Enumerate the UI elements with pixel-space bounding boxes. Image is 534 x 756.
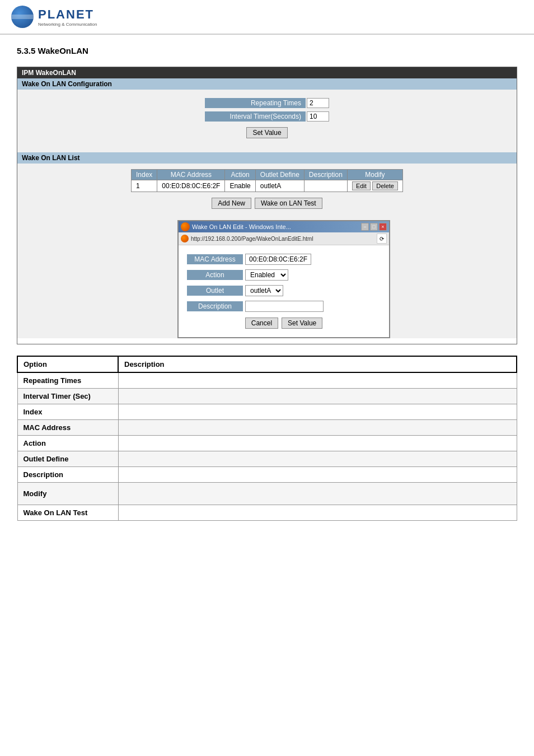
popup-url-browser-icon <box>181 235 189 242</box>
desc-description-cell <box>118 420 517 436</box>
popup-outlet-select[interactable]: outletA outletB <box>245 285 283 296</box>
popup-controls: − □ × <box>361 223 387 231</box>
desc-option-cell: Description <box>17 467 118 483</box>
desc-table-col1-header: Option <box>17 356 118 372</box>
config-set-value-button[interactable]: Set Value <box>246 127 287 138</box>
ipm-panel-title: IPM WakeOnLAN <box>17 67 517 78</box>
ipm-body: Wake On LAN Configuration Repeating Time… <box>17 78 517 338</box>
ipm-panel: IPM WakeOnLAN Wake On LAN Configuration … <box>17 67 517 344</box>
popup-action-label: Action <box>187 270 243 280</box>
popup-title: Wake On LAN Edit - Windows Inte... <box>192 223 361 230</box>
repeating-times-value[interactable]: 2 <box>307 98 329 108</box>
desc-description-cell <box>118 467 517 483</box>
desc-description-cell <box>118 505 517 521</box>
desc-table-row: Wake On LAN Test <box>17 505 517 521</box>
popup-action-row: Action Enabled Disabled <box>187 269 381 281</box>
desc-option-cell: Modify <box>17 483 118 505</box>
config-section-header: Wake On LAN Configuration <box>17 78 517 90</box>
cell-index: 1 <box>132 180 157 192</box>
col-outlet: Outlet Define <box>255 170 304 180</box>
repeating-times-label: Repeating Times <box>205 98 306 108</box>
col-description: Description <box>304 170 347 180</box>
cell-description <box>304 180 347 192</box>
desc-table-col2-header: Description <box>118 356 517 372</box>
cell-modify: Edit Delete <box>347 180 402 192</box>
desc-table-row: Repeating Times <box>17 372 517 389</box>
popup-titlebar: Wake On LAN Edit - Windows Inte... − □ × <box>179 221 389 232</box>
col-index: Index <box>132 170 157 180</box>
desc-description-cell <box>118 483 517 505</box>
list-btn-row: Add New Wake on LAN Test <box>29 198 505 209</box>
delete-button[interactable]: Delete <box>372 181 398 190</box>
popup-minimize-button[interactable]: − <box>361 223 369 231</box>
desc-option-cell: Action <box>17 436 118 451</box>
popup-body: MAC Address 00:E0:D8:0C:E6:2F Action Ena… <box>179 245 389 337</box>
col-mac: MAC Address <box>157 170 225 180</box>
popup-close-button[interactable]: × <box>379 223 387 231</box>
cell-mac: 00:E0:D8:0C:E6:2F <box>157 180 225 192</box>
desc-description-cell <box>118 372 517 389</box>
desc-table-row: Interval Timer (Sec) <box>17 389 517 404</box>
cell-outlet: outletA <box>255 180 304 192</box>
logo-globe-icon <box>11 6 34 28</box>
popup-desc-label: Description <box>187 301 243 311</box>
col-modify: Modify <box>347 170 402 180</box>
desc-description-cell <box>118 451 517 467</box>
popup-mac-row: MAC Address 00:E0:D8:0C:E6:2F <box>187 254 381 265</box>
popup-cancel-button[interactable]: Cancel <box>245 318 278 329</box>
cell-action: Enable <box>225 180 255 192</box>
logo-planet-label: PLANET <box>38 7 97 22</box>
desc-description-cell <box>118 436 517 451</box>
popup-action-select[interactable]: Enabled Disabled <box>245 269 288 281</box>
wan-table: Index MAC Address Action Outlet Define D… <box>131 169 403 192</box>
wake-test-button[interactable]: Wake on LAN Test <box>255 198 322 209</box>
desc-table-container: Option Description Repeating Times Inter… <box>17 356 517 521</box>
desc-option-cell: MAC Address <box>17 420 118 436</box>
table-row: 1 00:E0:D8:0C:E6:2F Enable outletA Edit … <box>132 180 403 192</box>
add-new-button[interactable]: Add New <box>212 198 251 209</box>
desc-table-row: Outlet Define <box>17 451 517 467</box>
desc-table-row: Action <box>17 436 517 451</box>
popup-btn-row: Cancel Set Value <box>187 318 381 329</box>
popup-desc-input[interactable] <box>245 301 324 312</box>
popup-url-text: http://192.168.0.200/Page/WakeOnLanEditE… <box>191 236 377 242</box>
popup-browser-icon <box>181 222 190 231</box>
popup-outlet-label: Outlet <box>187 286 243 296</box>
desc-table-row: MAC Address <box>17 420 517 436</box>
config-section: Repeating Times 2 Interval Timer(Seconds… <box>17 90 517 152</box>
interval-timer-value[interactable]: 10 <box>307 111 329 122</box>
logo-text: PLANET Networking & Communication <box>38 7 97 27</box>
popup-mac-label: MAC Address <box>187 254 243 264</box>
popup-mac-value: 00:E0:D8:0C:E6:2F <box>245 254 311 265</box>
list-section: Index MAC Address Action Outlet Define D… <box>17 164 517 220</box>
col-action: Action <box>225 170 255 180</box>
desc-table-row: Description <box>17 467 517 483</box>
config-btn-row: Set Value <box>29 127 505 138</box>
repeating-times-row: Repeating Times 2 <box>29 98 505 108</box>
desc-option-cell: Repeating Times <box>17 372 118 389</box>
popup-window: Wake On LAN Edit - Windows Inte... − □ ×… <box>177 220 390 338</box>
popup-urlbar: http://192.168.0.200/Page/WakeOnLanEditE… <box>179 232 389 245</box>
popup-set-value-button[interactable]: Set Value <box>282 318 322 329</box>
desc-table-row: Modify <box>17 483 517 505</box>
desc-option-cell: Wake On LAN Test <box>17 505 118 521</box>
desc-table: Option Description Repeating Times Inter… <box>17 356 517 521</box>
interval-timer-label: Interval Timer(Seconds) <box>205 111 306 122</box>
desc-option-cell: Interval Timer (Sec) <box>17 389 118 404</box>
desc-description-cell <box>118 389 517 404</box>
edit-button[interactable]: Edit <box>352 181 371 190</box>
desc-description-cell <box>118 404 517 420</box>
desc-table-row: Index <box>17 404 517 420</box>
desc-option-cell: Index <box>17 404 118 420</box>
interval-timer-row: Interval Timer(Seconds) 10 <box>29 111 505 122</box>
popup-refresh-button[interactable]: ⟳ <box>377 234 387 244</box>
page-header: PLANET Networking & Communication <box>0 0 534 35</box>
list-section-header: Wake On LAN List <box>17 152 517 164</box>
popup-desc-row: Description <box>187 301 381 312</box>
logo-sub-label: Networking & Communication <box>38 22 97 27</box>
popup-outlet-row: Outlet outletA outletB <box>187 285 381 296</box>
logo: PLANET Networking & Communication <box>11 6 97 28</box>
section-title: 5.3.5 WakeOnLAN <box>0 35 534 61</box>
desc-option-cell: Outlet Define <box>17 451 118 467</box>
popup-restore-button[interactable]: □ <box>370 223 378 231</box>
